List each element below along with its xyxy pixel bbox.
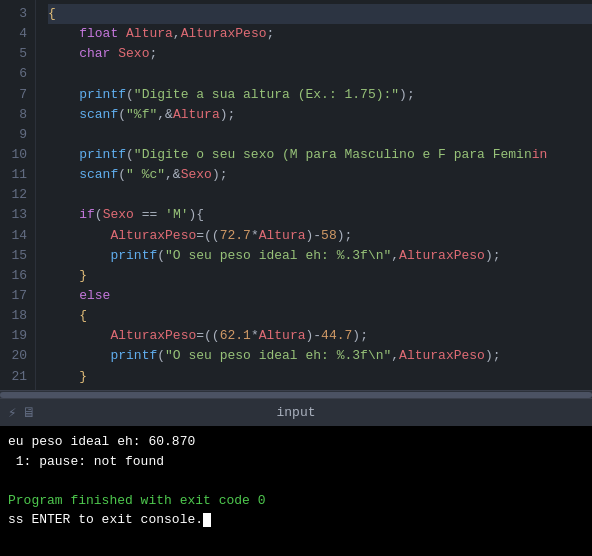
code-line: }: [48, 266, 592, 286]
code-line: scanf(" %c",&Sexo);: [48, 165, 592, 185]
terminal-output[interactable]: eu peso ideal eh: 60.870 1: pause: not f…: [0, 426, 592, 556]
code-content[interactable]: { float Altura,AlturaxPeso; char Sexo; p…: [36, 0, 592, 390]
code-line: scanf("%f",&Altura);: [48, 105, 592, 125]
code-line: }: [48, 367, 592, 387]
terminal-line-3: [8, 471, 584, 491]
code-line: float Altura,AlturaxPeso;: [48, 24, 592, 44]
terminal-line-2: 1: pause: not found: [8, 452, 584, 472]
horizontal-scrollbar[interactable]: [0, 390, 592, 398]
code-line: {: [48, 4, 592, 24]
code-line: AlturaxPeso=((72.7*Altura)-58);: [48, 226, 592, 246]
code-line: printf("O seu peso ideal eh: %.3f\n",Alt…: [48, 246, 592, 266]
code-line: printf("Digite a sua altura (Ex.: 1.75):…: [48, 85, 592, 105]
code-line: char Sexo;: [48, 44, 592, 64]
code-line: [48, 64, 592, 84]
code-line: AlturaxPeso=((62.1*Altura)-44.7);: [48, 326, 592, 346]
terminal-label: input: [276, 405, 315, 420]
terminal-line-1: eu peso ideal eh: 60.870: [8, 432, 584, 452]
terminal-cursor: [203, 513, 211, 527]
line-numbers: 3 4 5 6 7 8 9 10 11 12 13 14 15 16 17 18…: [0, 0, 36, 390]
code-line: if(Sexo == 'M'){: [48, 205, 592, 225]
code-line: printf("O seu peso ideal eh: %.3f\n",Alt…: [48, 346, 592, 366]
terminal-icon-2: 🖥: [22, 405, 36, 421]
code-line: printf("Digite o seu sexo (M para Mascul…: [48, 145, 592, 165]
code-line: else: [48, 286, 592, 306]
code-line: {: [48, 306, 592, 326]
terminal-icon-1: ⚡: [8, 404, 16, 421]
terminal-header-icons: ⚡ 🖥: [8, 404, 36, 421]
terminal-line-5: ss ENTER to exit console.: [8, 510, 584, 530]
code-line: [48, 125, 592, 145]
terminal-line-4: Program finished with exit code 0: [8, 491, 584, 511]
code-line: [48, 185, 592, 205]
terminal-header: ⚡ 🖥 input: [0, 398, 592, 426]
code-editor: 3 4 5 6 7 8 9 10 11 12 13 14 15 16 17 18…: [0, 0, 592, 390]
